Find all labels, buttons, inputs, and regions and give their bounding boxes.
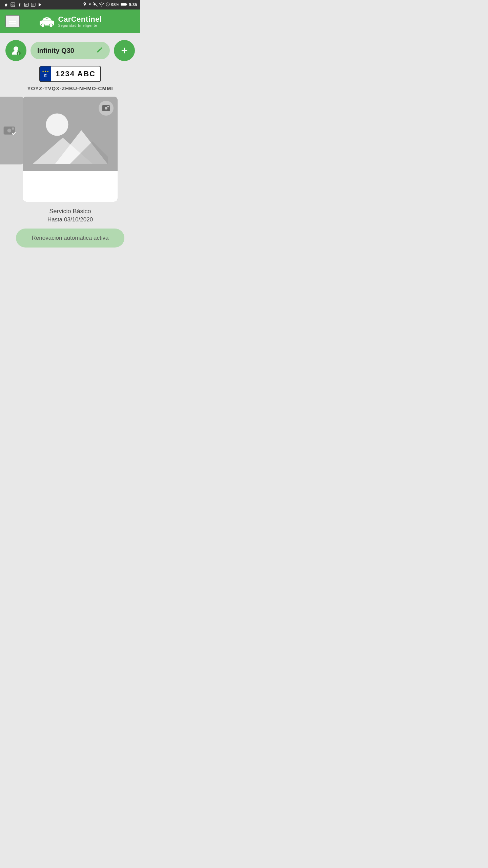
car-image-section [23,97,118,202]
svg-rect-15 [121,3,126,5]
user-icon: i [11,45,21,56]
license-plate: ★★★ E 1234 ABC [39,66,101,82]
main-content: i Infinity Q30 ★★★ E 1234 ABC [0,33,140,304]
renewal-button[interactable]: Renovación automática activa [16,229,124,248]
edit-icon [96,46,103,55]
svg-point-19 [49,24,53,27]
service-info: Servicio Básico Hasta 03/10/2020 [5,208,135,223]
wifi-icon [99,2,104,7]
app-title: CarCentinel [58,15,102,23]
eu-band: ★★★ E [40,66,51,81]
car-photo-card [23,97,118,202]
plus-icon [120,46,129,55]
service-until: Hasta 03/10/2020 [5,216,135,223]
bluetooth-icon [88,2,92,8]
svg-point-2 [12,4,13,4]
add-photo-button[interactable] [99,101,114,116]
license-plate-wrapper: ★★★ E 1234 ABC [5,66,135,82]
svg-point-25 [7,129,12,133]
add-photo-icon [102,104,110,112]
newsstand-icon [30,2,36,7]
vin-code: YOYZ-TVQX-ZHBU-NHMO-CMMI [5,85,135,91]
svg-point-18 [41,24,44,27]
news-icon [24,2,29,7]
blocked-icon [106,2,110,8]
user-info-button[interactable]: i [5,40,26,61]
svg-rect-7 [31,3,35,7]
prev-add-photo-icon [3,124,17,137]
car-logo-icon [39,15,56,28]
eu-country-letter: E [44,74,46,78]
eu-stars: ★★★ [42,70,49,73]
svg-point-21 [14,46,18,51]
add-vehicle-button[interactable] [114,40,135,61]
status-left-icons: f [3,2,43,7]
svg-point-0 [6,3,6,3]
time-display: 9:35 [129,2,137,7]
svg-point-26 [12,127,14,130]
battery-percentage: 98% [111,2,119,7]
prev-vehicle-card[interactable] [0,97,23,164]
car-name-selector[interactable]: Infinity Q30 [30,42,110,59]
top-row: i Infinity Q30 [5,40,135,61]
svg-rect-16 [126,3,127,5]
app-subtitle: Seguridad Inteligente [58,24,102,27]
hamburger-menu-button[interactable] [5,15,20,27]
app-logo: CarCentinel Seguridad Inteligente [39,15,102,28]
battery-icon [121,2,127,7]
f-icon: f [17,2,22,7]
navbar: CarCentinel Seguridad Inteligente [0,9,140,33]
status-bar: f [0,0,140,9]
status-right-info: 98% 9:35 [83,2,137,8]
accessibility-icon [3,2,9,7]
placeholder-image-svg [32,104,108,164]
play-icon [37,2,43,7]
svg-line-13 [106,3,109,5]
location-icon [83,2,87,8]
plate-number: 1234 ABC [51,70,100,78]
logo-text: CarCentinel Seguridad Inteligente [58,15,102,27]
gallery-icon [10,2,16,7]
car-name-label: Infinity Q30 [37,47,74,55]
mute-icon [93,2,98,8]
svg-text:i: i [18,52,19,55]
svg-point-20 [46,18,47,19]
card-bottom [23,171,118,202]
svg-point-28 [46,114,68,136]
svg-marker-10 [39,3,41,7]
service-name: Servicio Básico [5,208,135,215]
